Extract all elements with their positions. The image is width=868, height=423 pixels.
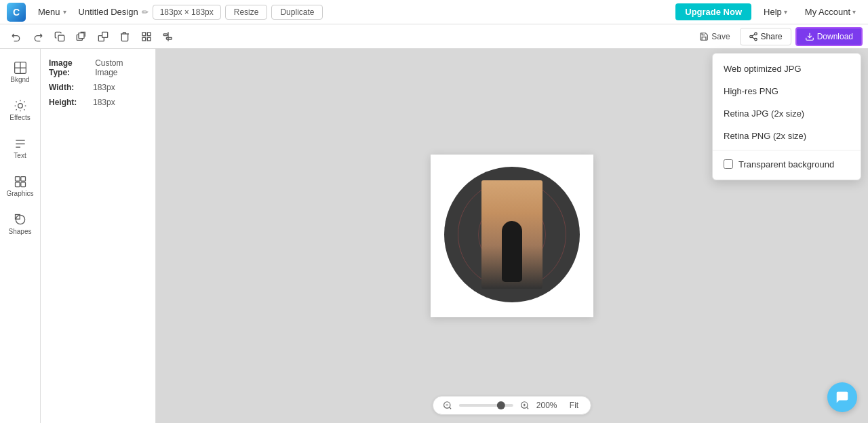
svg-line-16 bbox=[752, 34, 755, 35]
transparent-background-row[interactable]: Transparent background bbox=[713, 153, 861, 176]
background-icon bbox=[14, 61, 27, 75]
undo-button[interactable] bbox=[5, 26, 27, 47]
properties-panel: Image Type: Custom Image Width: 183px He… bbox=[41, 49, 156, 423]
svg-rect-11 bbox=[166, 37, 172, 39]
shapes-icon bbox=[14, 213, 27, 226]
zoom-in-icon bbox=[520, 401, 530, 410]
height-row: Height: 183px bbox=[49, 98, 147, 107]
circle-image[interactable] bbox=[444, 167, 580, 302]
tool-background[interactable]: Bkgnd bbox=[3, 54, 38, 89]
svg-rect-20 bbox=[15, 176, 20, 181]
dimensions-button[interactable]: 183px × 183px bbox=[153, 5, 221, 20]
zoom-slider[interactable] bbox=[459, 404, 513, 407]
download-option-web-jpg[interactable]: Web optimized JPG bbox=[713, 58, 861, 80]
zoom-out-icon bbox=[443, 401, 452, 410]
svg-rect-0 bbox=[58, 35, 64, 41]
zoom-in-button[interactable] bbox=[519, 399, 531, 411]
account-button[interactable]: My Account ▾ bbox=[800, 4, 861, 20]
effects-icon bbox=[14, 99, 27, 113]
svg-point-12 bbox=[754, 33, 757, 35]
width-row: Width: 183px bbox=[49, 83, 147, 92]
save-icon bbox=[699, 32, 709, 41]
chat-button[interactable] bbox=[827, 382, 857, 412]
svg-point-13 bbox=[749, 35, 752, 38]
project-title: Untitled Design ✏ bbox=[79, 7, 149, 17]
svg-rect-21 bbox=[20, 176, 25, 181]
toolbar: Save Share Download Web optimized JPG Hi… bbox=[0, 24, 868, 49]
tool-shapes[interactable]: Shapes bbox=[3, 206, 38, 241]
layer-down-button[interactable] bbox=[71, 26, 92, 47]
dropdown-divider bbox=[713, 150, 861, 150]
graphics-icon bbox=[14, 175, 27, 188]
image-type-row: Image Type: Custom Image bbox=[49, 58, 147, 77]
svg-line-27 bbox=[450, 407, 452, 409]
menu-label: Menu bbox=[38, 7, 60, 17]
tool-graphics[interactable]: Graphics bbox=[3, 168, 38, 203]
svg-rect-10 bbox=[163, 34, 167, 36]
app-logo: C bbox=[7, 3, 26, 22]
svg-line-30 bbox=[527, 407, 529, 409]
title-area: Untitled Design ✏ 183px × 183px Resize D… bbox=[79, 5, 370, 20]
top-bar: C Menu ▾ Untitled Design ✏ 183px × 183px… bbox=[0, 0, 868, 24]
menu-button[interactable]: Menu ▾ bbox=[33, 4, 72, 20]
download-option-high-png[interactable]: High-res PNG bbox=[713, 80, 861, 102]
inner-photo bbox=[481, 180, 542, 289]
svg-rect-23 bbox=[20, 182, 25, 186]
download-icon bbox=[805, 32, 814, 41]
align-button[interactable] bbox=[157, 26, 179, 47]
toolbar-left-tools bbox=[5, 26, 179, 47]
chat-icon bbox=[835, 390, 850, 405]
svg-rect-6 bbox=[147, 33, 151, 36]
image-type-value: Custom Image bbox=[95, 58, 147, 77]
svg-rect-7 bbox=[142, 37, 146, 41]
text-icon bbox=[14, 137, 27, 150]
zoom-percentage: 200% bbox=[536, 401, 560, 410]
person-silhouette bbox=[502, 221, 522, 282]
tool-text[interactable]: Text bbox=[3, 130, 38, 165]
copy-button[interactable] bbox=[49, 26, 71, 47]
height-label: Height: bbox=[49, 98, 93, 107]
download-button[interactable]: Download Web optimized JPG High-res PNG … bbox=[795, 27, 863, 46]
grid-button[interactable] bbox=[136, 26, 157, 47]
download-dropdown: Web optimized JPG High-res PNG Retina JP… bbox=[712, 53, 861, 180]
svg-line-15 bbox=[752, 37, 755, 38]
share-button[interactable]: Share bbox=[740, 28, 791, 45]
svg-point-14 bbox=[754, 38, 757, 41]
share-icon bbox=[749, 32, 758, 41]
account-chevron-icon: ▾ bbox=[852, 8, 856, 16]
svg-rect-22 bbox=[15, 182, 20, 186]
left-tools-panel: Bkgnd Effects Text Graphics Shapes bbox=[0, 49, 41, 423]
resize-button[interactable]: Resize bbox=[225, 5, 268, 20]
redo-button[interactable] bbox=[27, 26, 49, 47]
duplicate-button[interactable]: Duplicate bbox=[271, 5, 323, 20]
save-button[interactable]: Save bbox=[694, 29, 735, 44]
zoom-thumb[interactable] bbox=[497, 401, 505, 409]
layer-up-button[interactable] bbox=[92, 26, 114, 47]
svg-point-24 bbox=[16, 215, 24, 224]
tool-effects[interactable]: Effects bbox=[3, 92, 38, 127]
svg-point-19 bbox=[18, 103, 22, 108]
help-chevron-icon: ▾ bbox=[784, 8, 787, 16]
transparent-bg-checkbox[interactable] bbox=[724, 159, 733, 169]
zoom-out-button[interactable] bbox=[441, 399, 454, 411]
width-label: Width: bbox=[49, 83, 93, 92]
svg-rect-4 bbox=[102, 32, 108, 37]
svg-rect-2 bbox=[79, 33, 84, 38]
menu-chevron-icon: ▾ bbox=[63, 8, 66, 16]
upgrade-button[interactable]: Upgrade Now bbox=[675, 3, 751, 20]
toolbar-right-area: Save Share Download Web optimized JPG Hi… bbox=[694, 27, 863, 46]
zoom-bar: 200% Fit bbox=[433, 396, 591, 415]
svg-rect-8 bbox=[147, 37, 151, 41]
image-type-label: Image Type: bbox=[49, 58, 95, 77]
svg-rect-5 bbox=[142, 33, 146, 36]
canvas[interactable] bbox=[431, 155, 593, 317]
download-option-retina-png[interactable]: Retina PNG (2x size) bbox=[713, 125, 861, 147]
fit-button[interactable]: Fit bbox=[566, 399, 583, 411]
download-option-retina-jpg[interactable]: Retina JPG (2x size) bbox=[713, 102, 861, 125]
edit-title-icon[interactable]: ✏ bbox=[142, 7, 149, 17]
help-button[interactable]: Help ▾ bbox=[758, 4, 793, 20]
delete-button[interactable] bbox=[114, 26, 136, 47]
height-value: 183px bbox=[93, 98, 115, 107]
width-value: 183px bbox=[93, 83, 115, 92]
